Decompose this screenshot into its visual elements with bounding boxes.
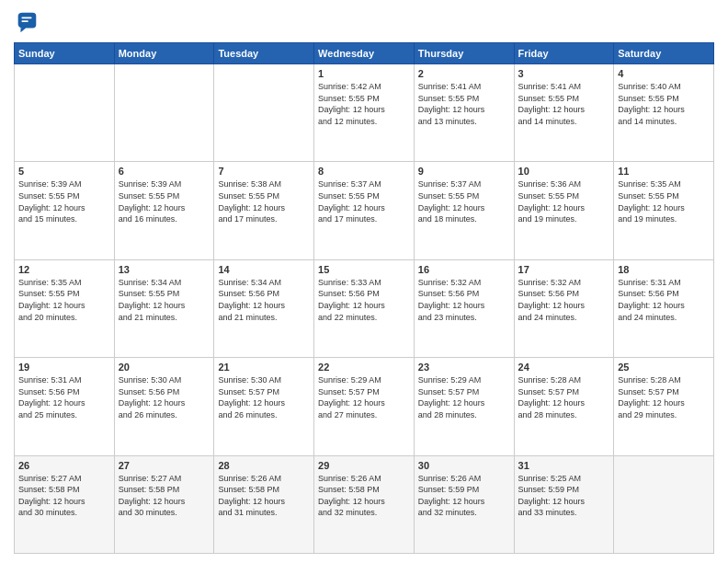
week-row-4: 19Sunrise: 5:31 AM Sunset: 5:56 PM Dayli…: [15, 358, 714, 455]
day-info: Sunrise: 5:31 AM Sunset: 5:56 PM Dayligh…: [18, 374, 110, 420]
day-number: 28: [218, 460, 310, 471]
calendar-cell: 29Sunrise: 5:26 AM Sunset: 5:58 PM Dayli…: [314, 455, 415, 553]
day-info: Sunrise: 5:41 AM Sunset: 5:55 PM Dayligh…: [518, 81, 610, 127]
day-info: Sunrise: 5:32 AM Sunset: 5:56 PM Dayligh…: [518, 277, 610, 323]
calendar-cell: 17Sunrise: 5:32 AM Sunset: 5:56 PM Dayli…: [514, 259, 614, 357]
day-number: 22: [318, 362, 410, 373]
day-number: 5: [18, 166, 110, 177]
day-number: 27: [119, 460, 210, 471]
day-number: 13: [119, 264, 210, 275]
day-info: Sunrise: 5:40 AM Sunset: 5:55 PM Dayligh…: [618, 81, 710, 127]
logo: [14, 9, 43, 35]
calendar-cell: 28Sunrise: 5:26 AM Sunset: 5:58 PM Dayli…: [214, 455, 314, 553]
day-number: 23: [418, 362, 510, 373]
day-info: Sunrise: 5:26 AM Sunset: 5:58 PM Dayligh…: [318, 473, 410, 519]
week-row-3: 12Sunrise: 5:35 AM Sunset: 5:55 PM Dayli…: [15, 259, 714, 357]
day-info: Sunrise: 5:35 AM Sunset: 5:55 PM Dayligh…: [18, 277, 110, 323]
day-header-sunday: Sunday: [15, 43, 115, 64]
day-header-wednesday: Wednesday: [314, 43, 415, 64]
day-number: 8: [318, 166, 410, 177]
day-info: Sunrise: 5:33 AM Sunset: 5:56 PM Dayligh…: [318, 277, 410, 323]
day-info: Sunrise: 5:36 AM Sunset: 5:55 PM Dayligh…: [518, 178, 610, 224]
calendar-table: SundayMondayTuesdayWednesdayThursdayFrid…: [14, 42, 714, 554]
day-info: Sunrise: 5:41 AM Sunset: 5:55 PM Dayligh…: [418, 81, 510, 127]
calendar-cell: 8Sunrise: 5:37 AM Sunset: 5:55 PM Daylig…: [314, 162, 415, 259]
calendar-cell: 30Sunrise: 5:26 AM Sunset: 5:59 PM Dayli…: [414, 455, 514, 553]
calendar-cell: 31Sunrise: 5:25 AM Sunset: 5:59 PM Dayli…: [514, 455, 614, 553]
day-number: 15: [318, 264, 410, 275]
week-row-1: 1Sunrise: 5:42 AM Sunset: 5:55 PM Daylig…: [15, 64, 714, 162]
day-number: 12: [18, 264, 110, 275]
calendar-cell: 11Sunrise: 5:35 AM Sunset: 5:55 PM Dayli…: [614, 162, 714, 259]
calendar-cell: 3Sunrise: 5:41 AM Sunset: 5:55 PM Daylig…: [514, 64, 614, 162]
calendar-cell: 1Sunrise: 5:42 AM Sunset: 5:55 PM Daylig…: [314, 64, 415, 162]
calendar-cell: 18Sunrise: 5:31 AM Sunset: 5:56 PM Dayli…: [614, 259, 714, 357]
day-number: 29: [318, 460, 410, 471]
calendar-cell: 16Sunrise: 5:32 AM Sunset: 5:56 PM Dayli…: [414, 259, 514, 357]
calendar-cell: 15Sunrise: 5:33 AM Sunset: 5:56 PM Dayli…: [314, 259, 415, 357]
calendar-cell: 5Sunrise: 5:39 AM Sunset: 5:55 PM Daylig…: [15, 162, 115, 259]
day-info: Sunrise: 5:30 AM Sunset: 5:57 PM Dayligh…: [218, 374, 310, 420]
calendar-cell: 12Sunrise: 5:35 AM Sunset: 5:55 PM Dayli…: [15, 259, 115, 357]
day-number: 19: [18, 362, 110, 373]
calendar-cell: 13Sunrise: 5:34 AM Sunset: 5:55 PM Dayli…: [114, 259, 214, 357]
day-info: Sunrise: 5:30 AM Sunset: 5:56 PM Dayligh…: [119, 374, 210, 420]
calendar-cell: 10Sunrise: 5:36 AM Sunset: 5:55 PM Dayli…: [514, 162, 614, 259]
day-info: Sunrise: 5:28 AM Sunset: 5:57 PM Dayligh…: [518, 374, 610, 420]
day-header-saturday: Saturday: [614, 43, 714, 64]
calendar-cell: 2Sunrise: 5:41 AM Sunset: 5:55 PM Daylig…: [414, 64, 514, 162]
day-number: 16: [418, 264, 510, 275]
day-info: Sunrise: 5:42 AM Sunset: 5:55 PM Dayligh…: [318, 81, 410, 127]
day-number: 6: [119, 166, 210, 177]
day-number: 9: [418, 166, 510, 177]
day-info: Sunrise: 5:39 AM Sunset: 5:55 PM Dayligh…: [18, 178, 110, 224]
day-number: 4: [618, 68, 710, 79]
calendar-cell: 7Sunrise: 5:38 AM Sunset: 5:55 PM Daylig…: [214, 162, 314, 259]
day-info: Sunrise: 5:26 AM Sunset: 5:58 PM Dayligh…: [218, 473, 310, 519]
day-number: 7: [218, 166, 310, 177]
logo-icon: [14, 9, 40, 35]
day-info: Sunrise: 5:29 AM Sunset: 5:57 PM Dayligh…: [418, 374, 510, 420]
day-info: Sunrise: 5:39 AM Sunset: 5:55 PM Dayligh…: [119, 178, 210, 224]
day-info: Sunrise: 5:31 AM Sunset: 5:56 PM Dayligh…: [618, 277, 710, 323]
header-row: SundayMondayTuesdayWednesdayThursdayFrid…: [15, 43, 714, 64]
day-header-tuesday: Tuesday: [214, 43, 314, 64]
calendar-cell: 23Sunrise: 5:29 AM Sunset: 5:57 PM Dayli…: [414, 358, 514, 455]
day-info: Sunrise: 5:37 AM Sunset: 5:55 PM Dayligh…: [318, 178, 410, 224]
week-row-2: 5Sunrise: 5:39 AM Sunset: 5:55 PM Daylig…: [15, 162, 714, 259]
calendar-cell: [15, 64, 115, 162]
day-info: Sunrise: 5:32 AM Sunset: 5:56 PM Dayligh…: [418, 277, 510, 323]
calendar-cell: [214, 64, 314, 162]
day-info: Sunrise: 5:35 AM Sunset: 5:55 PM Dayligh…: [618, 178, 710, 224]
day-header-thursday: Thursday: [414, 43, 514, 64]
day-number: 14: [218, 264, 310, 275]
calendar-cell: 24Sunrise: 5:28 AM Sunset: 5:57 PM Dayli…: [514, 358, 614, 455]
day-number: 21: [218, 362, 310, 373]
calendar-cell: 22Sunrise: 5:29 AM Sunset: 5:57 PM Dayli…: [314, 358, 415, 455]
calendar-cell: 4Sunrise: 5:40 AM Sunset: 5:55 PM Daylig…: [614, 64, 714, 162]
day-info: Sunrise: 5:29 AM Sunset: 5:57 PM Dayligh…: [318, 374, 410, 420]
calendar-cell: 26Sunrise: 5:27 AM Sunset: 5:58 PM Dayli…: [15, 455, 115, 553]
calendar-page: SundayMondayTuesdayWednesdayThursdayFrid…: [0, 0, 728, 563]
day-info: Sunrise: 5:26 AM Sunset: 5:59 PM Dayligh…: [418, 473, 510, 519]
day-info: Sunrise: 5:27 AM Sunset: 5:58 PM Dayligh…: [18, 473, 110, 519]
day-number: 1: [318, 68, 410, 79]
day-number: 26: [18, 460, 110, 471]
calendar-cell: 21Sunrise: 5:30 AM Sunset: 5:57 PM Dayli…: [214, 358, 314, 455]
day-number: 25: [618, 362, 710, 373]
day-info: Sunrise: 5:28 AM Sunset: 5:57 PM Dayligh…: [618, 374, 710, 420]
day-number: 18: [618, 264, 710, 275]
calendar-cell: 19Sunrise: 5:31 AM Sunset: 5:56 PM Dayli…: [15, 358, 115, 455]
day-number: 17: [518, 264, 610, 275]
day-info: Sunrise: 5:34 AM Sunset: 5:55 PM Dayligh…: [119, 277, 210, 323]
day-number: 2: [418, 68, 510, 79]
day-info: Sunrise: 5:34 AM Sunset: 5:56 PM Dayligh…: [218, 277, 310, 323]
calendar-cell: 27Sunrise: 5:27 AM Sunset: 5:58 PM Dayli…: [114, 455, 214, 553]
day-info: Sunrise: 5:27 AM Sunset: 5:58 PM Dayligh…: [119, 473, 210, 519]
day-number: 20: [119, 362, 210, 373]
calendar-cell: 9Sunrise: 5:37 AM Sunset: 5:55 PM Daylig…: [414, 162, 514, 259]
calendar-cell: 20Sunrise: 5:30 AM Sunset: 5:56 PM Dayli…: [114, 358, 214, 455]
day-info: Sunrise: 5:38 AM Sunset: 5:55 PM Dayligh…: [218, 178, 310, 224]
header: [14, 9, 714, 35]
calendar-cell: 6Sunrise: 5:39 AM Sunset: 5:55 PM Daylig…: [114, 162, 214, 259]
